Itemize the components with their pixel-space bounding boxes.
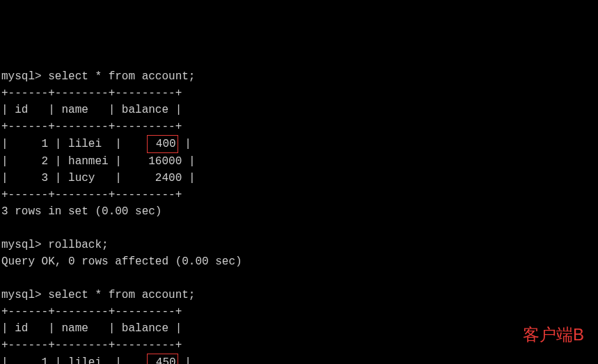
terminal-output: mysql> select * from account; +------+--…: [1, 68, 597, 364]
cell-balance: 2400: [122, 170, 182, 187]
mysql-prompt: mysql> rollback;: [1, 239, 109, 251]
column-header-name: name: [55, 320, 109, 337]
highlighted-balance: 450: [147, 354, 178, 364]
cell-name: hanmei: [61, 153, 115, 170]
table-border: +------+--------+---------+: [1, 306, 182, 318]
client-label: 客户端B: [523, 322, 584, 347]
highlighted-balance: 400: [147, 135, 178, 153]
table-border: +------+--------+---------+: [1, 189, 182, 201]
sql-command: select * from account;: [48, 70, 195, 83]
sql-command: rollback;: [48, 239, 108, 251]
column-header-id: id: [8, 320, 49, 337]
cell-name: lucy: [61, 170, 115, 187]
column-header-id: id: [8, 102, 49, 118]
column-header-balance: balance: [115, 102, 175, 118]
sql-command: select * from account;: [48, 289, 195, 301]
result-summary: 3 rows in set (0.00 sec): [1, 205, 162, 218]
table-border: +------+--------+---------+: [1, 87, 182, 100]
cell-id: 3: [8, 170, 49, 187]
mysql-prompt: mysql> select * from account;: [1, 70, 195, 83]
table-border: +------+--------+---------+: [1, 339, 182, 351]
cell-id: 1: [8, 354, 49, 364]
table-border: +------+--------+---------+: [1, 120, 182, 133]
cell-balance: 16000: [122, 153, 182, 170]
column-header-name: name: [55, 102, 109, 118]
result-summary: Query OK, 0 rows affected (0.00 sec): [1, 255, 242, 268]
column-header-balance: balance: [115, 320, 175, 337]
cell-id: 2: [8, 153, 49, 170]
cell-id: 1: [8, 136, 49, 152]
cell-name: lilei: [61, 136, 115, 152]
mysql-prompt: mysql> select * from account;: [1, 289, 195, 301]
cell-name: lilei: [61, 354, 115, 364]
